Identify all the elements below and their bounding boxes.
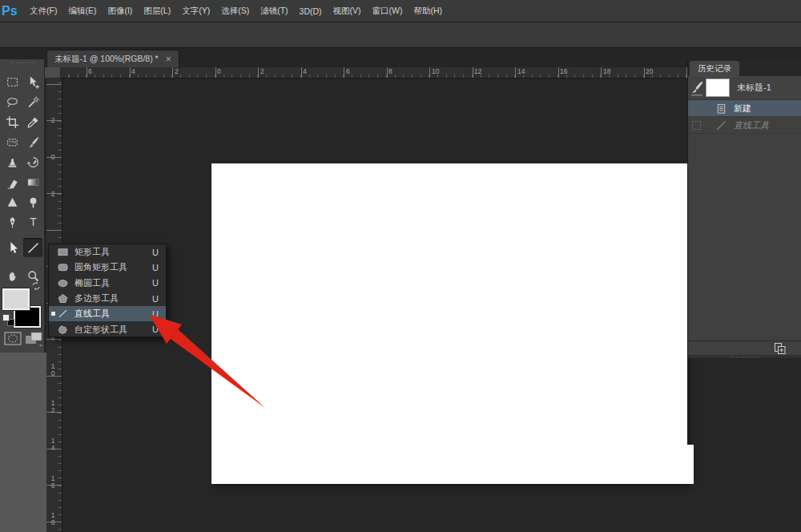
rounded-rectangle-icon — [57, 262, 69, 272]
menu-item-2[interactable]: 图像(I) — [102, 0, 138, 22]
snapshot-thumbnail — [706, 79, 730, 97]
ruler-label: 2 — [48, 191, 58, 198]
history-source-well[interactable] — [688, 121, 704, 130]
tab-history[interactable]: 历史记录 — [690, 61, 739, 77]
tool-dodge-button[interactable] — [23, 192, 42, 212]
history-source-well[interactable] — [688, 104, 704, 113]
tool-line-tool-button[interactable] — [23, 238, 42, 257]
ruler-label: 16 — [48, 475, 58, 490]
flyout-item-3[interactable]: 多边形工具U — [49, 291, 166, 306]
ruler-label: 0 — [48, 154, 58, 161]
tool-type-button[interactable]: T — [23, 212, 42, 232]
dodge-icon — [26, 195, 40, 209]
tool-gradient-button[interactable] — [23, 172, 42, 191]
photoshop-window: Ps 文件(F)编辑(E)图像(I)图层(L)文字(Y)选择(S)滤镜(T)3D… — [0, 0, 801, 532]
menu-item-6[interactable]: 滤镜(T) — [255, 0, 293, 22]
history-panel: 历史记录 未标题-1新建直线工具 — [687, 60, 801, 358]
history-list: 未标题-1新建直线工具 — [688, 76, 801, 341]
menu-item-8[interactable]: 视图(V) — [328, 0, 367, 22]
flyout-item-0[interactable]: 矩形工具U — [49, 244, 166, 260]
shortcut-key: U — [152, 263, 159, 272]
tool-pen-button[interactable] — [2, 212, 22, 232]
panel-grip[interactable] — [10, 62, 34, 65]
ruler-label: 8 — [388, 68, 392, 75]
screen-mode-icon[interactable] — [24, 331, 43, 346]
svg-text:T: T — [30, 216, 37, 228]
menu-item-4[interactable]: 文字(Y) — [176, 0, 215, 22]
tool-path-select-button[interactable] — [2, 238, 22, 257]
flyout-item-5[interactable]: 自定形状工具U — [49, 321, 166, 337]
shortcut-key: U — [152, 248, 159, 257]
tool-eyedropper-button[interactable] — [23, 112, 42, 131]
menu-item-3[interactable]: 图层(L) — [138, 0, 176, 22]
history-entry-label: 新建 — [734, 103, 751, 115]
tool-eraser-button[interactable] — [2, 172, 22, 191]
menu-item-1[interactable]: 编辑(E) — [62, 0, 102, 22]
pen-icon — [6, 216, 19, 229]
ruler-horizontal: 64202468101214161820 — [61, 67, 687, 79]
history-entry-1[interactable]: 新建 — [688, 100, 801, 117]
flyout-item-4[interactable]: 直线工具U — [49, 306, 166, 321]
history-entry-2[interactable]: 直线工具 — [688, 117, 801, 134]
menu-item-7[interactable]: 3D(D) — [294, 0, 328, 22]
quick-mask-icon[interactable] — [3, 331, 22, 346]
tool-marquee-button[interactable] — [2, 72, 22, 91]
photoshop-logo: Ps — [2, 4, 24, 18]
document-canvas[interactable] — [211, 163, 687, 484]
eraser-icon — [6, 175, 19, 189]
tool-patch-button[interactable] — [2, 132, 22, 151]
line-tool-icon — [26, 241, 40, 255]
document-canvas-edge — [687, 445, 694, 484]
flyout-item-2[interactable]: 椭圆工具U — [49, 276, 166, 291]
history-brush-icon — [26, 155, 40, 169]
tool-brush-button[interactable] — [23, 132, 42, 151]
flyout-item-label: 自定形状工具 — [74, 324, 127, 336]
foreground-color-swatch[interactable] — [2, 288, 30, 310]
ruler-label: 6 — [88, 68, 92, 75]
ruler-label: 18 — [603, 68, 610, 75]
history-entry-0[interactable]: 未标题-1 — [688, 76, 801, 100]
ruler-label: 10 — [48, 363, 58, 377]
new-from-state-icon[interactable] — [771, 342, 787, 355]
tool-lasso-button[interactable] — [2, 92, 22, 111]
options-bar: 形状 填充： 描边： 4.96 点 W: H: — [0, 22, 801, 48]
snapshot-brush-icon[interactable] — [688, 79, 706, 97]
ruler-label: 14 — [517, 68, 525, 75]
history-well-box — [692, 121, 701, 130]
tool-history-brush-button[interactable] — [23, 152, 42, 171]
flyout-item-label: 多边形工具 — [74, 292, 119, 304]
document-tab[interactable]: 未标题-1 @ 100%(RGB/8) * × — [46, 50, 179, 67]
tool-magic-wand-button[interactable] — [23, 92, 42, 111]
menu-item-5[interactable]: 选择(S) — [215, 0, 255, 22]
tool-crop-button[interactable] — [2, 112, 22, 131]
menu-item-0[interactable]: 文件(F) — [24, 0, 62, 22]
document-tab-title: 未标题-1 @ 100%(RGB/8) * — [54, 54, 159, 65]
move-icon — [26, 75, 40, 89]
flyout-item-1[interactable]: 圆角矩形工具U — [49, 260, 166, 275]
rectangle-icon — [57, 247, 69, 257]
brush-icon — [26, 135, 40, 149]
history-well-box — [692, 104, 701, 113]
swap-colors-icon[interactable] — [30, 280, 42, 292]
default-colors-icon[interactable] — [2, 314, 10, 321]
tools-panel: T — [0, 59, 45, 353]
close-icon[interactable]: × — [166, 54, 171, 65]
crop-icon — [6, 115, 19, 129]
flyout-item-label: 直线工具 — [74, 308, 110, 320]
panel-resize-handle[interactable] — [688, 355, 801, 358]
tool-hand-button[interactable] — [2, 266, 22, 285]
menu-item-9[interactable]: 窗口(W) — [367, 0, 409, 22]
history-entry-label: 未标题-1 — [737, 82, 771, 94]
line-tool-icon — [57, 308, 69, 319]
menu-item-10[interactable]: 帮助(H) — [409, 0, 449, 22]
ruler-label: 2 — [175, 68, 179, 75]
tool-blur-button[interactable] — [2, 192, 22, 212]
flyout-item-label: 圆角矩形工具 — [74, 261, 127, 273]
document-icon — [715, 103, 727, 115]
tool-clone-stamp-button[interactable] — [2, 152, 22, 171]
flyout-item-label: 矩形工具 — [74, 246, 110, 258]
tool-move-button[interactable] — [23, 72, 42, 91]
ruler-label: 16 — [560, 68, 567, 75]
ruler-label: 2 — [48, 117, 58, 124]
ruler-label: 2 — [260, 68, 264, 75]
